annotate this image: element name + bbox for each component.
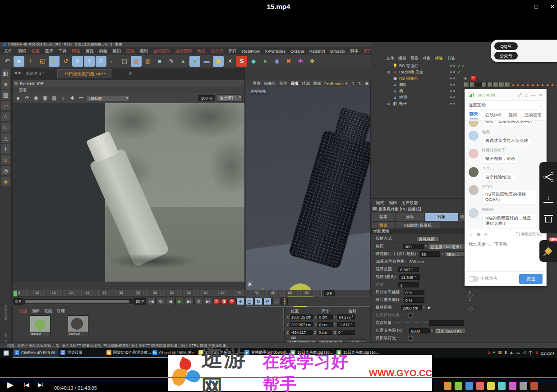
viewport-rotate-icon[interactable]: ↻ <box>357 81 363 86</box>
keyframe-selection-icon[interactable]: ? <box>229 298 235 305</box>
play-icon[interactable]: ▶ <box>175 298 184 305</box>
ipr-lock-icon[interactable]: ◉ <box>32 95 40 102</box>
pin-panel[interactable] <box>539 240 557 262</box>
tab-options-icon[interactable]: ◎ <box>129 71 132 75</box>
tab-基本[interactable]: 基本 <box>372 213 395 221</box>
viewport-menu-3[interactable]: 显示 <box>279 81 287 87</box>
chat-tab-在线(48)[interactable]: 在线(48) <box>485 112 502 118</box>
menu-item[interactable]: RealFlow <box>240 49 262 54</box>
texture-tag[interactable] <box>487 82 493 87</box>
scale-icon[interactable]: ◱ <box>37 56 48 67</box>
rs-camera-tag-icon[interactable] <box>471 75 477 81</box>
menu-item[interactable]: Octane <box>288 49 307 54</box>
redshift-icon[interactable]: S <box>236 56 247 67</box>
previous-icon[interactable]: Ⅰ◀ <box>23 382 29 388</box>
ipr-zoom-value[interactable]: 100 % <box>198 95 215 101</box>
object-row[interactable]: 💡RS 穹顶灯✓✓ <box>386 63 557 69</box>
attribute-value-field[interactable]: 36 <box>419 251 440 257</box>
attribute-value-field[interactable]: 300 <box>403 244 424 249</box>
record-scale-icon[interactable]: ◱ <box>245 298 253 305</box>
coordinate-field[interactable]: 0 cm <box>318 322 333 327</box>
last-tool-icon[interactable]: ↺ <box>60 56 71 67</box>
anim-dot-icon[interactable]: ◦ <box>373 290 374 294</box>
viewport-menu-2[interactable]: 摄像机 <box>264 81 276 87</box>
snap-icon[interactable]: ∪ <box>1 155 10 164</box>
menu-item[interactable]: 插件 <box>226 48 239 54</box>
model-mode-icon[interactable]: ■ <box>1 79 10 89</box>
live-selection-icon[interactable]: ➤ <box>14 56 24 67</box>
attribute-value-field[interactable]: 6500 <box>409 328 430 333</box>
points-mode-icon[interactable]: ∴ <box>1 112 10 121</box>
object-name[interactable]: 树叶 <box>399 82 407 88</box>
anim-dot-icon[interactable]: ◦ <box>373 237 374 241</box>
attr-menu-item[interactable]: 模式 <box>376 200 384 206</box>
anim-dot-icon[interactable]: ◦ <box>373 275 374 279</box>
spinner-icon[interactable]: ⇅ <box>441 252 444 256</box>
ipr-refresh-icon[interactable]: ⟳ <box>23 95 31 102</box>
visibility-dots[interactable] <box>450 84 455 86</box>
om-menu-item[interactable]: 书签 <box>447 55 455 61</box>
share-icon[interactable] <box>543 172 553 182</box>
ipr-region-icon[interactable]: ○ <box>60 95 67 102</box>
ipr-snowflake-icon[interactable]: ✱ <box>69 95 76 102</box>
menu-item[interactable]: 选择 <box>42 48 55 54</box>
goto-start-icon[interactable]: Ⅰ◀ <box>147 298 156 305</box>
anim-dot-icon[interactable]: ◦ <box>373 321 374 325</box>
om-menu-item[interactable]: 编辑 <box>398 55 406 61</box>
cycle-icon[interactable]: ⟲ <box>194 298 203 305</box>
menu-item[interactable]: 模拟 <box>110 48 123 54</box>
expander-icon[interactable]: ⊞ <box>387 70 390 74</box>
taskbar-item[interactable]: CCINEMA 4D R19.06... <box>13 348 59 358</box>
om-menu-item[interactable]: 对象 <box>423 55 431 61</box>
play-icon[interactable]: ▶ <box>7 380 14 390</box>
visibility-dots[interactable] <box>450 90 455 92</box>
menu-item[interactable]: 运动图形 <box>173 48 194 54</box>
attribute-link-field[interactable] <box>429 320 464 326</box>
attr-menu-item[interactable]: 编辑 <box>389 200 397 206</box>
visibility-dots[interactable] <box>450 71 455 73</box>
attribute-value-field[interactable]: 6.867 ° <box>398 267 419 272</box>
object-name[interactable]: 瓶子 <box>399 101 407 107</box>
attribute-value-field[interactable]: 0 % <box>404 290 424 295</box>
timeline-ruler[interactable]: 51015202530354045505560657075808590 <box>12 290 321 296</box>
font-icon[interactable]: A <box>484 232 487 237</box>
anim-dot-icon[interactable]: ◦ <box>373 267 374 271</box>
texture-tag[interactable] <box>470 82 475 87</box>
tab-scroll-right-icon[interactable]: ▶ <box>18 71 21 75</box>
anim-dot-icon[interactable]: ◦ <box>373 328 374 333</box>
next-key-icon[interactable]: ▶Ⅰ <box>185 298 193 305</box>
viewport-maximize-icon[interactable]: ▣ <box>364 81 369 86</box>
menu-item[interactable]: 运动跟踪 <box>151 48 172 54</box>
record-parameter-icon[interactable]: P <box>263 298 272 305</box>
current-frame-field[interactable]: 0 F <box>322 290 371 296</box>
object-row[interactable]: ▣RS 摄像机✛ <box>386 75 557 82</box>
visibility-dots[interactable] <box>450 65 455 67</box>
attribute-value-field[interactable]: 0 % <box>404 297 424 303</box>
viewport-menu-1[interactable]: 查看 <box>253 81 261 87</box>
menu-item[interactable]: Redshift <box>307 49 327 54</box>
floor-icon[interactable]: ▬ <box>201 56 212 67</box>
timeline-start-field[interactable]: 0 F <box>13 298 23 305</box>
material-leafcol[interactable]: leafcol <box>30 315 51 336</box>
chat-messages[interactable]: 哈哈，还是看英文版本的微风再说这英文也不怎么难柠檬味的柚子橘子相机，哈哈？？。。… <box>465 121 546 229</box>
tab-对象[interactable]: 对象 <box>425 213 458 221</box>
coordinate-field[interactable]: 0 cm <box>317 330 332 335</box>
material-menu-item[interactable]: 纹理 <box>57 308 65 314</box>
anim-dot-icon[interactable]: ◦ <box>373 298 374 302</box>
texture-mode-icon[interactable]: ▩ <box>1 90 10 100</box>
attribute-preset-dropdown[interactable]: 35毫米照片 (36.0毫 <box>445 251 466 257</box>
official-account-badge[interactable]: 公众号 <box>494 52 518 59</box>
object-name[interactable]: 地面 <box>399 95 407 100</box>
texture-tag-strip[interactable]: ▲▲▲▲▲▲▲▲▲▲▲▲ <box>464 82 557 87</box>
chat-tab-互动应用[interactable]: 互动应用 <box>525 112 542 118</box>
texture-tag[interactable] <box>493 82 498 87</box>
menu-item[interactable]: X-Particles <box>262 49 288 54</box>
plugin-icon-5[interactable]: ✚ <box>295 56 306 67</box>
coordinate-field[interactable]: -694.117 cm <box>290 330 313 335</box>
cone-tag[interactable]: ▲ <box>521 82 525 87</box>
visibility-dots[interactable] <box>450 103 455 105</box>
record-pla-icon[interactable]: ∴ <box>272 298 281 305</box>
chat-section-row[interactable]: 连麦互动 ⌄ <box>465 101 546 110</box>
next-icon[interactable]: ▶Ⅰ <box>38 382 44 388</box>
om-menu-item[interactable]: 查看 <box>410 55 419 61</box>
